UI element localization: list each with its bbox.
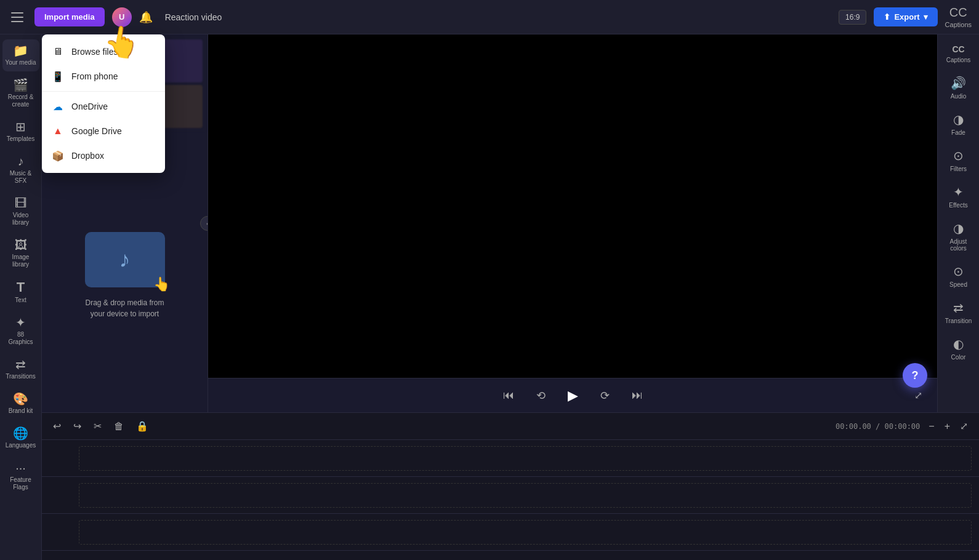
drop-text: Drag & drop media fromyour device to imp…	[85, 297, 164, 319]
phone-icon: 📱	[52, 70, 64, 82]
import-dropdown: 🖥 Browse files 📱 From phone ☁ OneDrive ▲…	[42, 34, 165, 173]
sidebar-item-your-media[interactable]: 📁 Your media	[2, 39, 39, 71]
transition-icon: ⇄	[953, 300, 964, 315]
monitor-icon: 🖥	[52, 46, 64, 58]
right-item-speed[interactable]: ⊙ Speed	[940, 259, 977, 293]
track-add-zone-1[interactable]	[79, 446, 972, 471]
main-layout: 📁 Your media 🎬 Record &create ⊞ Template…	[0, 34, 979, 560]
sidebar-item-label: FeatureFlags	[10, 476, 31, 491]
graphics-icon: ✦	[15, 316, 26, 329]
right-item-adjust-colors[interactable]: ◑ Adjustcolors	[940, 216, 977, 257]
center-area: ♪ 👆 Drag & drop media fromyour device to…	[42, 34, 979, 560]
right-panel: CC Captions 🔊 Audio ◑ Fade ⊙ Filters ✦	[937, 34, 979, 412]
sidebar-item-record-create[interactable]: 🎬 Record &create	[2, 74, 39, 113]
top-bar-right: 16:9 ⬆ Export ▾ CC Captions	[839, 6, 972, 28]
track-add-zone-3[interactable]	[79, 520, 972, 545]
track-content-2[interactable]	[79, 477, 979, 513]
templates-icon: ⊞	[15, 121, 26, 133]
total-time: 00:00:00	[885, 422, 921, 431]
sidebar-item-label: 88 Graphics	[5, 331, 37, 346]
export-icon: ⬆	[884, 12, 890, 22]
sidebar-item-video-library[interactable]: 🎞 Video library	[2, 192, 39, 231]
menu-button[interactable]	[7, 7, 27, 27]
sidebar-item-languages[interactable]: 🌐 Languages	[2, 422, 39, 454]
unsave-icon: 🔔	[139, 10, 153, 24]
onedrive-item[interactable]: ☁ OneDrive	[42, 94, 165, 119]
right-item-color[interactable]: ◐ Color	[940, 332, 977, 366]
sidebar-item-brand-kit[interactable]: 🎨 Brand kit	[2, 388, 39, 420]
skip-back-button[interactable]: ⏮	[498, 386, 519, 404]
sidebar-item-label: Music & SFX	[5, 170, 37, 185]
right-item-filters[interactable]: ⊙ Filters	[940, 143, 977, 177]
zoom-out-button[interactable]: −	[925, 418, 938, 434]
onedrive-icon: ☁	[52, 100, 64, 113]
right-item-label: Filters	[950, 166, 967, 172]
right-item-effects[interactable]: ✦ Effects	[940, 180, 977, 214]
sidebar-item-label: Imagelibrary	[12, 254, 30, 268]
captions-button[interactable]: CC Captions	[945, 6, 972, 28]
time-separator: /	[876, 422, 884, 431]
forward-button[interactable]: ⟳	[595, 386, 614, 405]
right-item-transition[interactable]: ⇄ Transition	[940, 295, 977, 329]
sidebar-item-label: Record &create	[8, 94, 34, 108]
expand-button[interactable]: ⤢	[909, 387, 927, 404]
right-item-captions[interactable]: CC Captions	[940, 39, 977, 68]
speed-icon: ⊙	[953, 264, 964, 279]
split-button[interactable]: ✂	[90, 418, 105, 434]
top-bar: Import media U 🔔 Reaction video 16:9 ⬆ E…	[0, 0, 979, 34]
media-drop-area[interactable]: ♪ 👆 Drag & drop media fromyour device to…	[42, 139, 207, 412]
undo-button[interactable]: ↩	[49, 418, 65, 434]
sidebar-item-graphics[interactable]: ✦ 88 Graphics	[2, 311, 39, 351]
adjust-colors-icon: ◑	[953, 221, 964, 236]
sidebar-item-text[interactable]: T Text	[2, 276, 39, 309]
google-drive-item[interactable]: ▲ Google Drive	[42, 119, 165, 143]
right-item-label: Effects	[949, 202, 967, 209]
delete-button[interactable]: 🗑	[110, 418, 127, 434]
right-item-audio[interactable]: 🔊 Audio	[940, 71, 977, 105]
rewind-button[interactable]: ⟲	[531, 386, 550, 405]
right-item-label: Captions	[946, 57, 970, 63]
track-row-3	[42, 514, 979, 551]
import-media-button[interactable]: Import media	[34, 7, 105, 26]
timeline-time: 00:00.00 / 00:00:00	[836, 422, 920, 431]
track-add-zone-2[interactable]	[79, 483, 972, 508]
export-button[interactable]: ⬆ Export ▾	[874, 7, 937, 26]
track-content-3[interactable]	[79, 514, 979, 550]
export-chevron-icon: ▾	[924, 12, 928, 22]
lock-button[interactable]: 🔒	[132, 418, 152, 434]
captions-icon: CC	[949, 6, 967, 20]
skip-forward-button[interactable]: ⏭	[627, 386, 648, 404]
track-row-1	[42, 440, 979, 477]
aspect-ratio-badge[interactable]: 16:9	[839, 10, 866, 25]
timeline-toolbar: ↩ ↪ ✂ 🗑 🔒 00:00.00 / 00:00:00 − + ⤢	[42, 413, 979, 440]
filters-icon: ⊙	[953, 148, 964, 163]
help-button[interactable]: ?	[903, 363, 927, 388]
languages-icon: 🌐	[13, 427, 28, 439]
text-icon: T	[17, 281, 25, 294]
browse-files-item[interactable]: 🖥 Browse files	[42, 39, 165, 64]
sidebar-item-label: Brand kit	[9, 407, 33, 415]
right-item-label: Transition	[945, 318, 972, 324]
audio-icon: 🔊	[951, 76, 966, 90]
timeline-tracks	[42, 440, 979, 560]
sidebar-item-transitions[interactable]: ⇄ Transitions	[2, 353, 39, 385]
sidebar-item-music-sfx[interactable]: ♪ Music & SFX	[2, 150, 39, 190]
zoom-in-button[interactable]: +	[941, 418, 954, 434]
sidebar-item-label: Languages	[6, 442, 36, 449]
sidebar-item-feature-flags[interactable]: ··· FeatureFlags	[2, 457, 39, 496]
play-button[interactable]: ▶	[563, 385, 583, 406]
music-note-icon: ♪	[119, 247, 131, 273]
redo-button[interactable]: ↪	[70, 418, 85, 434]
track-content-1[interactable]	[79, 440, 979, 476]
sidebar-item-image-library[interactable]: 🖼 Imagelibrary	[2, 234, 39, 273]
right-item-fade[interactable]: ◑ Fade	[940, 107, 977, 141]
sidebar-item-templates[interactable]: ⊞ Templates	[2, 116, 39, 148]
fit-timeline-button[interactable]: ⤢	[956, 418, 972, 434]
from-phone-item[interactable]: 📱 From phone	[42, 64, 165, 89]
timeline-area: ↩ ↪ ✂ 🗑 🔒 00:00.00 / 00:00:00 − + ⤢	[42, 412, 979, 560]
transitions-icon: ⇄	[15, 358, 26, 370]
dropbox-item[interactable]: 📦 Dropbox	[42, 143, 165, 168]
drop-zone[interactable]: ♪ 👆	[85, 232, 165, 287]
sidebar-item-label: Your media	[5, 59, 36, 66]
video-wrapper: ⏮ ⟲ ▶ ⟳ ⏭ ⤢	[208, 34, 937, 412]
